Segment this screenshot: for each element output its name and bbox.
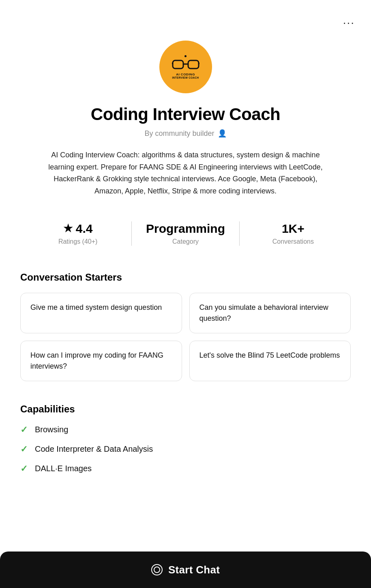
rating-value: ★ 4.4 bbox=[63, 222, 93, 236]
glasses-icon bbox=[172, 59, 199, 71]
start-chat-label: Start Chat bbox=[168, 564, 220, 576]
chat-bubble-icon bbox=[151, 564, 163, 575]
by-community: By community builder 👤 bbox=[144, 129, 226, 138]
capabilities-section: Capabilities ✓ Browsing ✓ Code Interpret… bbox=[0, 403, 371, 474]
capabilities-title: Capabilities bbox=[20, 403, 351, 415]
person-icon: 👤 bbox=[218, 129, 227, 138]
avatar-label: AI CODING bbox=[176, 73, 195, 76]
stat-conversations: 1K+ Conversations bbox=[240, 218, 347, 249]
starter-card-3[interactable]: How can I improve my coding for FAANG in… bbox=[20, 341, 182, 381]
chat-icon-svg bbox=[154, 567, 160, 573]
three-dots-icon: ··· bbox=[343, 16, 355, 29]
svg-rect-1 bbox=[188, 60, 199, 69]
capabilities-list: ✓ Browsing ✓ Code Interpreter & Data Ana… bbox=[20, 425, 351, 474]
header-section: AI CODING INTERVIEW COACH Coding Intervi… bbox=[0, 0, 371, 249]
svg-line-4 bbox=[199, 63, 199, 64]
conversation-starters-section: Conversation Starters Give me a timed sy… bbox=[0, 272, 371, 381]
start-chat-button[interactable]: Start Chat bbox=[0, 552, 371, 588]
starter-card-4[interactable]: Let's solve the Blind 75 LeetCode proble… bbox=[189, 341, 351, 381]
category-value: Programming bbox=[146, 222, 225, 236]
svg-point-5 bbox=[154, 567, 160, 573]
dot-decoration bbox=[184, 55, 187, 57]
capability-label-1: Browsing bbox=[35, 425, 68, 434]
svg-rect-0 bbox=[173, 60, 183, 69]
check-icon-3: ✓ bbox=[20, 464, 28, 474]
check-icon-2: ✓ bbox=[20, 444, 28, 455]
svg-line-3 bbox=[172, 63, 173, 64]
conversations-label: Conversations bbox=[272, 238, 314, 245]
capability-item-1: ✓ Browsing bbox=[20, 425, 351, 435]
more-options-button[interactable]: ··· bbox=[343, 16, 355, 29]
avatar-sublabel: INTERVIEW COACH bbox=[172, 76, 199, 79]
stat-category: Programming Category bbox=[132, 218, 239, 249]
app-description: AI Coding Interview Coach: algorithms & … bbox=[32, 149, 340, 197]
capability-label-2: Code Interpreter & Data Analysis bbox=[35, 444, 153, 454]
page-container: ··· AI CODING bbox=[0, 0, 371, 588]
star-icon: ★ bbox=[63, 222, 73, 235]
capability-label-3: DALL·E Images bbox=[35, 464, 92, 473]
by-community-text: By community builder bbox=[144, 129, 214, 138]
starter-card-1[interactable]: Give me a timed system design question bbox=[20, 293, 182, 333]
stat-rating: ★ 4.4 Ratings (40+) bbox=[24, 218, 131, 249]
avatar-graphic: AI CODING INTERVIEW COACH bbox=[172, 55, 199, 79]
check-icon-1: ✓ bbox=[20, 425, 28, 435]
stats-row: ★ 4.4 Ratings (40+) Programming Category… bbox=[0, 218, 371, 249]
capability-item-3: ✓ DALL·E Images bbox=[20, 464, 351, 474]
starters-grid: Give me a timed system design question C… bbox=[20, 293, 351, 381]
category-label: Category bbox=[172, 238, 199, 245]
starters-title: Conversation Starters bbox=[20, 272, 351, 283]
capability-item-2: ✓ Code Interpreter & Data Analysis bbox=[20, 444, 351, 455]
rating-label: Ratings (40+) bbox=[58, 238, 98, 245]
conversations-value: 1K+ bbox=[282, 222, 305, 236]
app-title: Coding Interview Coach bbox=[91, 105, 280, 124]
starter-card-2[interactable]: Can you simulate a behavioral interview … bbox=[189, 293, 351, 333]
avatar: AI CODING INTERVIEW COACH bbox=[159, 41, 212, 93]
